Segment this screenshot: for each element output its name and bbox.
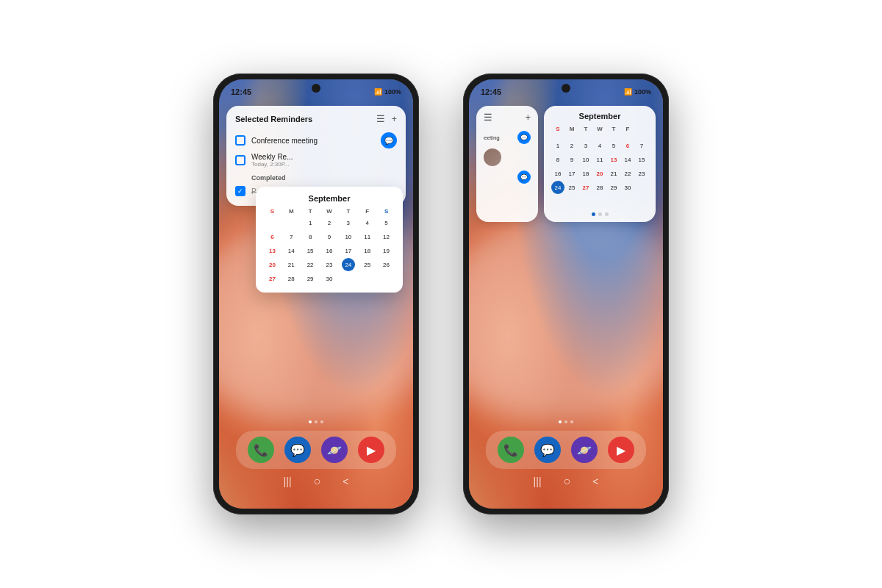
cal2-d4[interactable]: 4 (593, 139, 606, 152)
nav-bar-2: ||| ○ < (534, 475, 599, 488)
cal2-d30[interactable]: 30 (621, 181, 634, 194)
app-phone-1[interactable]: 📞 (248, 437, 274, 463)
cal-day-10[interactable]: 10 (342, 230, 355, 243)
cal-day-20[interactable]: 20 (265, 258, 279, 271)
nav-back-1[interactable]: < (343, 476, 348, 487)
cal-day-14[interactable]: 14 (284, 244, 298, 257)
cal2-d18[interactable]: 18 (579, 167, 592, 180)
cal-day-25[interactable]: 25 (361, 258, 374, 271)
checkbox-completed-1[interactable]: ✓ (235, 186, 245, 196)
nav-menu-1[interactable]: ||| (284, 476, 292, 487)
cal-day-1[interactable]: 1 (304, 216, 317, 229)
cal2-d9[interactable]: 9 (565, 153, 578, 166)
cal-day-28[interactable]: 28 (284, 272, 298, 285)
cal-day-4[interactable]: 4 (361, 216, 374, 229)
cal2-d2[interactable]: 2 (565, 139, 578, 152)
cal-day-26[interactable]: 26 (380, 258, 393, 271)
cal-day-2[interactable]: 2 (323, 216, 336, 229)
cal2-empty-3 (551, 195, 564, 208)
cal2-d13[interactable]: 13 (607, 153, 620, 166)
cal-day-13[interactable]: 13 (265, 244, 279, 257)
cal2-d10[interactable]: 10 (579, 153, 592, 166)
phone-1-screen: 12:45 📶 100% Selected Reminders ☰ + (219, 79, 413, 509)
cal2-d5[interactable]: 5 (607, 139, 620, 152)
cal2-header-T2: T (607, 125, 620, 138)
cal-header-M: M (282, 207, 301, 215)
checkbox-2[interactable] (235, 155, 245, 165)
mini-item-1[interactable]: eeting 💬 (484, 129, 531, 146)
cal2-d23[interactable]: 23 (635, 167, 648, 180)
reminder-item-2[interactable]: Weekly Re... Today, 2:30P... (235, 151, 397, 170)
nav-menu-2[interactable]: ||| (534, 476, 542, 487)
cal2-d14[interactable]: 14 (621, 153, 634, 166)
cal-day-12[interactable]: 12 (380, 230, 393, 243)
cal-day-24[interactable]: 24 (342, 258, 355, 271)
cal-day-21[interactable]: 21 (284, 258, 298, 271)
cal2-d15[interactable]: 15 (635, 153, 648, 166)
cal2-d3[interactable]: 3 (579, 139, 592, 152)
cal2-d29[interactable]: 29 (607, 181, 620, 194)
dock-dots-1 (309, 420, 323, 423)
cal2-d24[interactable]: 24 (551, 181, 564, 194)
nav-back-2[interactable]: < (592, 476, 598, 487)
mini-reminders-widget-2[interactable]: ☰ + eeting 💬 (476, 106, 538, 222)
cal2-d28[interactable]: 28 (593, 181, 606, 194)
cal-day-18[interactable]: 18 (361, 244, 374, 257)
cal2-d1[interactable]: 1 (551, 139, 564, 152)
cal-day-30[interactable]: 30 (323, 272, 336, 285)
cal-day-11[interactable]: 11 (361, 230, 374, 243)
cal2-d25[interactable]: 25 (565, 181, 578, 194)
camera-2 (562, 84, 570, 93)
cal-header-F: F (358, 207, 376, 215)
cal2-d8[interactable]: 8 (551, 153, 564, 166)
cal-header-S: S (263, 207, 282, 215)
add-icon-2[interactable]: + (525, 112, 531, 123)
app-phone-2[interactable]: 📞 (498, 437, 524, 463)
cal2-d20[interactable]: 20 (593, 167, 606, 180)
cal2-d7[interactable]: 7 (635, 139, 648, 152)
cal-day-23[interactable]: 23 (323, 258, 336, 271)
cal-day-29[interactable]: 29 (304, 272, 317, 285)
reminder-text-2: Weekly Re... Today, 2:30P... (251, 153, 397, 168)
list-icon-2[interactable]: ☰ (484, 112, 492, 123)
app-chat-2[interactable]: 💬 (534, 437, 561, 463)
list-icon-1[interactable]: ☰ (376, 113, 385, 124)
cal-day-27[interactable]: 27 (265, 272, 279, 285)
cal2-d22[interactable]: 22 (621, 167, 634, 180)
add-icon-1[interactable]: + (391, 113, 397, 124)
cal-day-16[interactable]: 16 (323, 244, 336, 257)
cal-day-6[interactable]: 6 (265, 230, 279, 243)
cal-day-17[interactable]: 17 (342, 244, 355, 257)
mini-item-2[interactable] (484, 146, 531, 168)
cal2-header-W: W (593, 125, 606, 138)
cal-day-15[interactable]: 15 (304, 244, 317, 257)
checkbox-1[interactable] (235, 135, 245, 146)
cal2-empty-1 (635, 125, 648, 138)
cal2-d21[interactable]: 21 (607, 167, 620, 180)
dock-apps-1: 📞 💬 🪐 ▶ (236, 431, 396, 469)
cal-day-8[interactable]: 8 (304, 230, 317, 243)
cal2-d11[interactable]: 11 (593, 153, 606, 166)
cal2-d6[interactable]: 6 (621, 139, 634, 152)
nav-home-2[interactable]: ○ (564, 475, 571, 488)
status-bar-2: 12:45 📶 100% (469, 79, 663, 100)
cal2-d27[interactable]: 27 (579, 181, 592, 194)
cal-day-22[interactable]: 22 (304, 258, 317, 271)
app-video-1[interactable]: ▶ (358, 437, 384, 463)
cal2-d16[interactable]: 16 (551, 167, 564, 180)
cal-day-19[interactable]: 19 (380, 244, 393, 257)
cal2-d17[interactable]: 17 (565, 167, 578, 180)
app-video-2[interactable]: ▶ (608, 437, 634, 463)
mini-item-3[interactable]: 💬 (484, 168, 531, 186)
cal-day-5[interactable]: 5 (380, 216, 393, 229)
app-chat-1[interactable]: 💬 (284, 437, 311, 463)
cal-day-9[interactable]: 9 (323, 230, 336, 243)
calendar-widget-2[interactable]: September S M T W T F 1 2 (544, 106, 656, 222)
status-icons-2: 📶 100% (624, 88, 651, 96)
cal-day-7[interactable]: 7 (284, 230, 298, 243)
nav-home-1[interactable]: ○ (314, 475, 321, 488)
app-planet-1[interactable]: 🪐 (321, 437, 348, 463)
app-planet-2[interactable]: 🪐 (571, 437, 598, 463)
reminder-item-1[interactable]: Conference meeting 💬 (235, 130, 397, 151)
cal-day-3[interactable]: 3 (342, 216, 355, 229)
